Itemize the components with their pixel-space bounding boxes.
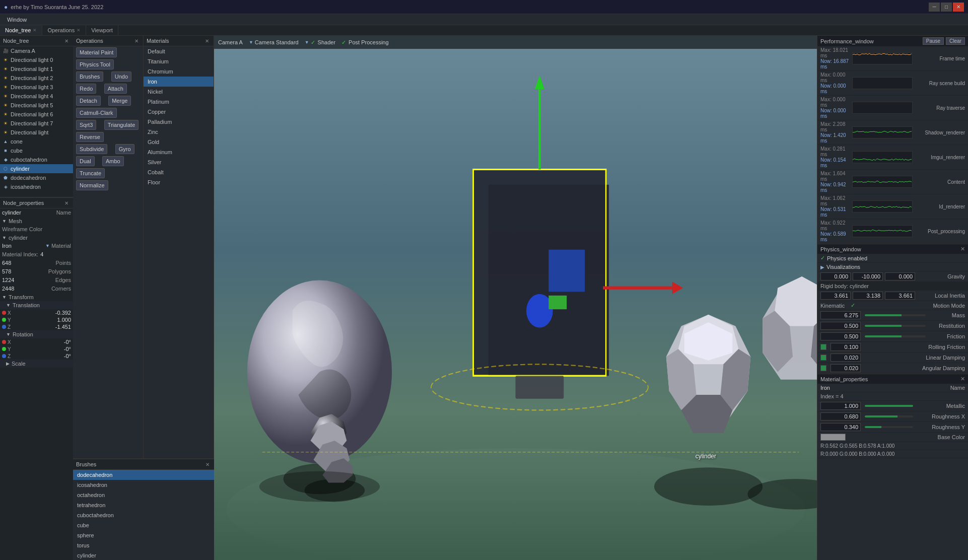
brush-cube[interactable]: cube	[73, 520, 214, 530]
phys-rollingfriction-val[interactable]: 0.100	[831, 343, 861, 351]
phys-restitution-slider[interactable]	[865, 325, 926, 327]
tree-item-cuboctahedron[interactable]: ◆ cuboctahedron	[0, 155, 73, 164]
maximize-button[interactable]: □	[941, 3, 952, 12]
btn-truncate[interactable]: Truncate	[76, 168, 105, 178]
btn-gyro[interactable]: Gyro	[115, 144, 134, 154]
tree-item-cylinder[interactable]: ⬡ cylinder	[0, 164, 73, 173]
close-button[interactable]: ✕	[953, 3, 964, 12]
matp-roughx-val[interactable]: 0.680	[820, 412, 861, 421]
brush-tetrahedron[interactable]: tetrahedron	[73, 500, 214, 510]
btn-undo[interactable]: Undo	[111, 72, 131, 82]
phys-inertia-x[interactable]: 3.661	[820, 292, 851, 300]
matp-roughy-slider[interactable]	[865, 426, 913, 428]
node-props-close[interactable]: ✕	[63, 199, 70, 206]
mat-item-zinc[interactable]: Zinc	[144, 127, 214, 137]
transform-section[interactable]: ▼ Transform	[0, 293, 73, 301]
menu-item-window[interactable]: Window	[3, 16, 31, 24]
mat-item-gold[interactable]: Gold	[144, 137, 214, 147]
mat-item-platinum[interactable]: Platinum	[144, 97, 214, 107]
scale-section[interactable]: ▶ Scale	[0, 360, 73, 368]
btn-sqrt3[interactable]: Sqrt3	[76, 120, 96, 130]
mat-item-silver[interactable]: Silver	[144, 157, 214, 167]
btn-subdivide[interactable]: Subdivide	[76, 144, 107, 154]
node-tree-close[interactable]: ✕	[63, 37, 70, 44]
phys-grav-y[interactable]: -10.000	[853, 272, 883, 281]
btn-triangulate[interactable]: Triangulate	[104, 120, 139, 130]
viewport[interactable]: Camera A ▼ Camera Standard ▼ ✓ Shader ✓ …	[214, 36, 817, 560]
perf-clear-btn[interactable]: Clear	[946, 37, 965, 45]
phys-enabled-check[interactable]: ✓	[820, 255, 825, 261]
btn-ambo[interactable]: Ambo	[102, 156, 124, 166]
mat-item-chromium[interactable]: Chromium	[144, 66, 214, 77]
tree-item-dlight[interactable]: ☀ Directional light	[0, 128, 73, 137]
phys-inertia-y[interactable]: 3.138	[853, 292, 883, 300]
mat-item-copper[interactable]: Copper	[144, 107, 214, 117]
tree-item-icosahedron[interactable]: ◈ icosahedron	[0, 182, 73, 190]
ops-close[interactable]: ✕	[133, 37, 140, 44]
phys-grav-z[interactable]: 0.000	[885, 272, 915, 281]
mat-item-titanium[interactable]: Titanium	[144, 56, 214, 66]
tab-node-tree-close[interactable]: ✕	[33, 28, 37, 33]
brush-dodecahedron[interactable]: dodecahedron	[73, 470, 214, 480]
vp-shader-dropdown[interactable]: ▼ ✓ Shader	[305, 39, 335, 46]
btn-material-paint[interactable]: Material Paint	[76, 47, 117, 57]
phys-angulardamp-val[interactable]: 0.020	[831, 364, 861, 372]
tree-item-dlight6[interactable]: ☀ Directional light 6	[0, 110, 73, 119]
tree-item-dodecahedron[interactable]: ⬟ dodecahedron	[0, 173, 73, 182]
mat-item-nickel[interactable]: Nickel	[144, 87, 214, 97]
tree-item-dlight0[interactable]: ☀ Directional light 0	[0, 55, 73, 64]
mat-item-aluminum[interactable]: Aluminum	[144, 147, 214, 157]
phys-mass-val[interactable]: 6.275	[820, 311, 861, 319]
mat-item-palladium[interactable]: Palladium	[144, 117, 214, 127]
phys-friction-slider[interactable]	[865, 335, 926, 337]
phys-grav-x[interactable]: 0.000	[820, 272, 851, 281]
brush-cuboctahedron[interactable]: cuboctahedron	[73, 510, 214, 520]
tree-item-dlight7[interactable]: ☀ Directional light 7	[0, 119, 73, 128]
cylinder-section[interactable]: ▼ cylinder	[0, 234, 73, 242]
matp-basecolor-swatch[interactable]	[820, 434, 846, 441]
tab-operations[interactable]: Operations ✕	[42, 25, 86, 35]
btn-reverse[interactable]: Reverse	[76, 132, 104, 142]
tree-item-dlight2[interactable]: ☀ Directional light 2	[0, 74, 73, 83]
tree-item-cone[interactable]: ▲ cone	[0, 137, 73, 146]
btn-redo[interactable]: Redo	[76, 84, 96, 94]
vp-camera-dropdown[interactable]: ▼ Camera Standard	[249, 39, 299, 45]
phys-motion-check[interactable]: ✓	[851, 302, 855, 309]
mat-item-default[interactable]: Default	[144, 46, 214, 56]
phys-friction-val[interactable]: 0.500	[820, 332, 861, 340]
tab-operations-close[interactable]: ✕	[77, 28, 81, 33]
brush-octahedron[interactable]: octahedron	[73, 490, 214, 500]
mesh-section[interactable]: ▼ Mesh	[0, 217, 73, 225]
mat-item-iron[interactable]: Iron	[144, 77, 214, 87]
brushes-close[interactable]: ✕	[204, 461, 211, 468]
phys-restitution-val[interactable]: 0.500	[820, 322, 861, 330]
matp-close[interactable]: ✕	[960, 376, 965, 382]
tab-viewport[interactable]: Viewport	[86, 25, 118, 35]
brush-icosahedron[interactable]: icosahedron	[73, 480, 214, 490]
tree-item-camera-a[interactable]: 🎥 Camera A	[0, 46, 73, 55]
mat-item-cobalt[interactable]: Cobalt	[144, 167, 214, 177]
matp-roughy-val[interactable]: 0.340	[820, 423, 861, 431]
btn-physics-tool[interactable]: Physics Tool	[76, 59, 114, 69]
translation-section[interactable]: ▼ Translation	[0, 301, 73, 309]
tree-item-dlight3[interactable]: ☀ Directional light 3	[0, 83, 73, 92]
btn-normalize[interactable]: Normalize	[76, 180, 108, 190]
vp-post-dropdown[interactable]: ✓ Post Processing	[341, 39, 388, 46]
mat-item-floor[interactable]: Floor	[144, 177, 214, 187]
minimize-button[interactable]: ─	[929, 3, 940, 12]
matp-metallic-val[interactable]: 1.000	[820, 402, 861, 410]
btn-merge[interactable]: Merge	[108, 96, 131, 106]
tree-item-dlight5[interactable]: ☀ Directional light 5	[0, 101, 73, 110]
brush-sphere[interactable]: sphere	[73, 530, 214, 540]
brush-cylinder[interactable]: cylinder	[73, 550, 214, 560]
tree-item-dlight4[interactable]: ☀ Directional light 4	[0, 92, 73, 101]
btn-brushes[interactable]: Brushes	[76, 72, 103, 82]
phys-inertia-z[interactable]: 3.661	[885, 292, 915, 300]
phys-mass-slider[interactable]	[865, 314, 926, 316]
tree-item-cube[interactable]: ■ cube	[0, 146, 73, 155]
perf-pause-btn[interactable]: Pause	[923, 37, 944, 45]
btn-catmull[interactable]: Catmull-Clark	[76, 108, 117, 118]
btn-dual[interactable]: Dual	[76, 156, 95, 166]
phys-lineardamp-val[interactable]: 0.020	[831, 354, 861, 362]
matp-roughx-slider[interactable]	[865, 415, 913, 417]
